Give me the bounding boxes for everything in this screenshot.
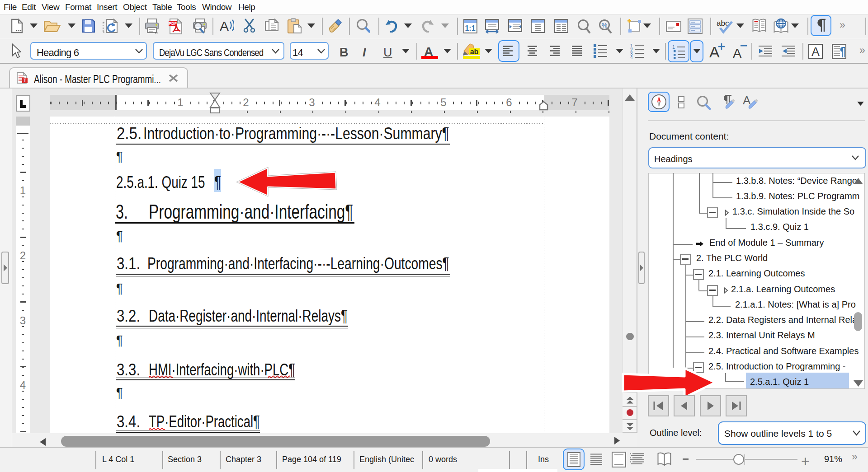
svg-text:A: A bbox=[220, 19, 229, 33]
svg-text:4: 4 bbox=[630, 55, 633, 59]
svg-text:%: % bbox=[602, 22, 607, 29]
svg-text:PDF: PDF bbox=[169, 21, 177, 26]
svg-text:T: T bbox=[24, 78, 26, 83]
svg-text:1:1: 1:1 bbox=[465, 24, 475, 32]
svg-text:ab: ab bbox=[470, 48, 479, 56]
svg-text:1: 1 bbox=[672, 44, 675, 50]
